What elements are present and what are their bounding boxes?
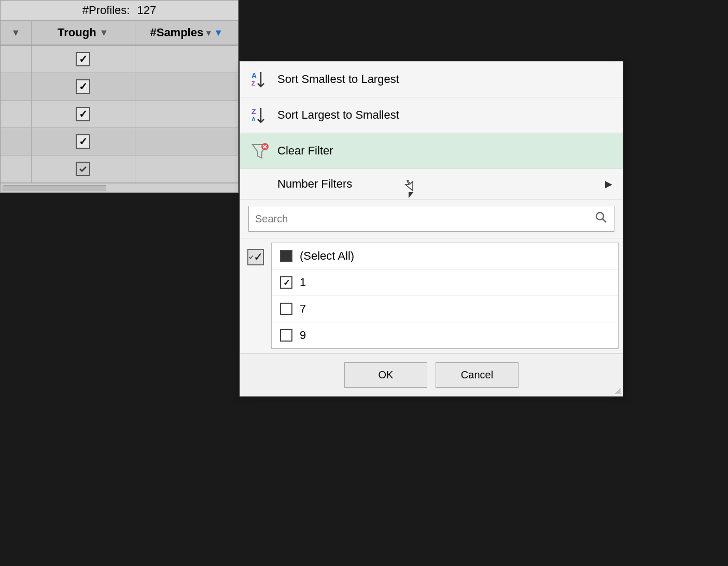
td-row1-trough [32,46,135,73]
left-check-col [240,243,271,349]
horizontal-scrollbar[interactable] [1,183,238,192]
list-item-9[interactable]: 9 [272,322,618,348]
scroll-thumb[interactable] [3,185,106,191]
table-row [1,73,238,101]
ok-button[interactable]: OK [344,362,427,388]
td-row1-col1 [1,46,32,73]
th-samples-label: #Samples [150,26,203,39]
table-row [1,155,238,183]
td-row5-trough [32,155,135,182]
filter-panel: A Z Sort Smallest to Largest Z A Sort La… [240,61,623,397]
item1-label: 1 [300,276,306,289]
row2-checkbox[interactable] [76,79,90,94]
svg-line-14 [620,393,621,394]
item7-label: 7 [300,302,306,316]
td-row2-trough [32,73,135,100]
item9-label: 9 [300,329,306,342]
filter-icon-trough: ▼ [100,27,109,38]
resize-handle[interactable] [613,387,621,394]
td-row2-samples [135,73,239,100]
td-row2-col1 [1,73,32,100]
cancel-button[interactable]: Cancel [436,362,519,388]
sort-asc-icon: A Z [250,70,269,89]
sort-desc-icon: Z A [250,106,269,124]
search-input[interactable] [255,213,594,225]
td-row1-samples [135,46,239,73]
sort-desc-label: Sort Largest to Smallest [277,108,612,122]
list-item-7[interactable]: 7 [272,296,618,322]
td-row5-samples [135,155,239,182]
list-item-1[interactable]: 1 [272,270,618,296]
th-samples[interactable]: #Samples ▾ ▼ [135,21,239,45]
filter-icon-samples: ▼ [214,27,223,38]
table-row [1,128,238,155]
th-filter-left[interactable]: ▼ [1,21,32,45]
sort-desc-item[interactable]: Z A Sort Largest to Smallest [240,97,623,133]
chevron-down-icon: ▾ [206,28,211,38]
mouse-cursor [409,192,414,198]
profiles-bar: #Profiles: 127 [1,1,238,21]
td-row4-samples [135,128,239,155]
clear-filter-icon [250,142,269,160]
select-all-label: (Select All) [300,249,354,263]
row1-checkbox[interactable] [76,52,90,66]
filter-list: (Select All) 1 7 9 [271,243,619,349]
row4-checkbox[interactable] [76,134,90,149]
profiles-label: #Profiles: [82,4,130,17]
table-row [1,46,238,73]
sort-asc-item[interactable]: A Z Sort Smallest to Largest [240,62,623,97]
clear-filter-item[interactable]: Clear Filter [240,133,623,169]
svg-point-10 [596,213,604,220]
item9-checkbox[interactable] [280,329,292,342]
th-trough[interactable]: Trough ▼ [32,21,135,45]
td-row4-trough [32,128,135,155]
row3-checkbox[interactable] [76,107,90,121]
td-row3-trough [32,101,135,128]
row5-checkbox[interactable] [76,162,90,176]
table-row [1,101,238,128]
submenu-arrow-icon: ▶ [605,178,612,190]
td-row4-col1 [1,128,32,155]
td-row5-col1 [1,155,32,182]
table-panel: #Profiles: 127 ▼ Trough ▼ #Samples ▾ ▼ [0,0,239,193]
checkbox-list-area: (Select All) 1 7 9 [240,238,623,353]
svg-text:Z: Z [251,107,256,116]
sort-asc-label: Sort Smallest to Largest [277,73,612,86]
profiles-count: 127 [137,4,157,17]
number-filters-label: Number Filters [277,177,597,191]
svg-marker-15 [405,180,413,191]
table-header: ▼ Trough ▼ #Samples ▾ ▼ [1,21,238,46]
clear-filter-label: Clear Filter [277,144,612,158]
svg-text:Z: Z [251,80,255,87]
td-row3-samples [135,101,239,128]
search-box [248,206,614,232]
number-filters-item[interactable]: Number Filters ▶ [240,169,623,200]
search-area [240,200,623,238]
svg-text:A: A [251,72,257,80]
filter-icon-left: ▼ [11,27,21,38]
svg-text:A: A [251,116,256,122]
svg-line-11 [603,219,607,223]
select-all-checkbox[interactable] [280,250,292,262]
th-trough-label: Trough [58,26,96,39]
item1-checkbox[interactable] [280,276,292,289]
item7-checkbox[interactable] [280,303,292,315]
filter-footer: OK Cancel [240,353,623,396]
select-all-item[interactable]: (Select All) [272,243,618,270]
outer-checkbox[interactable] [247,249,264,265]
search-icon[interactable] [594,210,608,227]
td-row3-col1 [1,101,32,128]
